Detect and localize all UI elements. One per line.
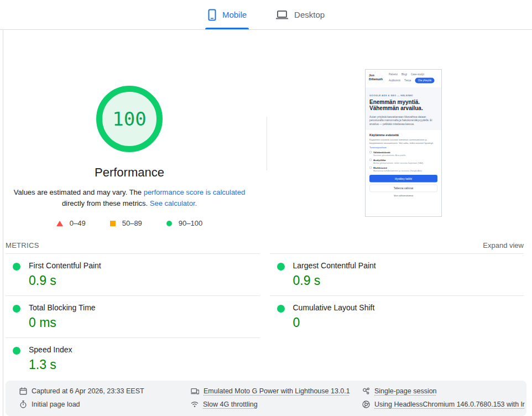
thumb-cookie-option: Välttämättömät Sivuston perustoiminta. A… xyxy=(369,151,437,157)
thumb-privacy-link: Tietosuojaseloste xyxy=(369,146,437,149)
network-signal-icon xyxy=(191,401,199,408)
performance-category-title: Performance xyxy=(19,165,240,180)
tab-mobile-label: Mobile xyxy=(222,10,247,19)
device-tabbar: Mobile Desktop xyxy=(0,0,532,30)
metric-largest-contentful-paint[interactable]: Largest Contentful Paint 0.9 s xyxy=(270,253,524,295)
emulation-text[interactable]: Emulated Moto G Power with Lighthouse 13… xyxy=(204,387,350,395)
thumb-nav-link: Case-studyt xyxy=(411,73,424,76)
score-disclaimer: Values are estimated and may vary. The p… xyxy=(13,187,246,209)
disclaimer-text-1: Values are estimated and may vary. The xyxy=(14,188,144,196)
fail-triangle-icon xyxy=(56,221,63,226)
pass-dot-icon xyxy=(277,305,285,313)
thumb-cookie-option: Markkinointi Mainonnan kohdentaminen ja … xyxy=(369,167,437,173)
thumb-checkbox-icon xyxy=(369,167,372,169)
thumbnail-page-content: Jon Dillemuth Palvelut Blogi Case-studyt… xyxy=(366,70,441,216)
thumb-cookie-option: Analytiikka Auttaa ymmärtämään, miten si… xyxy=(369,159,437,165)
score-calc-link[interactable]: performance score is calculated xyxy=(144,188,246,196)
legend-pass-range: 90–100 xyxy=(179,219,202,227)
capture-time-text: Captured at 6 Apr 2026, 23:33 EEST xyxy=(32,387,144,395)
load-type-item: Initial page load xyxy=(19,399,191,409)
legend-pass: 90–100 xyxy=(166,219,202,227)
desktop-laptop-icon xyxy=(275,10,289,20)
chromium-icon xyxy=(362,401,370,408)
metric-speed-index[interactable]: Speed Index 1.3 s xyxy=(6,337,260,379)
tab-desktop-label: Desktop xyxy=(294,10,325,19)
thumb-accept-all-button: Hyväksy kaikki xyxy=(369,175,437,183)
expand-view-button[interactable]: Expand view xyxy=(483,241,524,249)
thumb-nav-link: Palvelut xyxy=(389,73,398,76)
performance-score-gauge[interactable]: 100 xyxy=(96,86,163,152)
metrics-right-column: Largest Contentful Paint 0.9 s Cumulativ… xyxy=(270,253,524,379)
thumb-nav-link: Blogi xyxy=(401,73,407,76)
run-environment-footer: Captured at 6 Apr 2026, 23:33 EEST Initi… xyxy=(6,381,526,416)
performance-summary: 100 Performance Values are estimated and… xyxy=(0,30,532,239)
thumb-hero-heading: Enemmän myyntiä. Vähemmän arvailua. xyxy=(369,99,437,112)
pass-circle-icon xyxy=(166,221,172,226)
thumb-cta-button: Ota yhteyttä xyxy=(415,78,434,84)
pass-dot-icon xyxy=(13,263,20,271)
throttling-text[interactable]: Slow 4G throttling xyxy=(203,401,258,408)
tab-desktop[interactable]: Desktop xyxy=(273,0,327,29)
thumb-checkbox-icon xyxy=(369,159,372,161)
session-text[interactable]: Single-page session xyxy=(374,387,437,395)
metrics-left-column: First Contentful Paint 0.9 s Total Block… xyxy=(6,253,260,379)
thumb-hero-body: Autan yrityksiä kasvattamaan liikevaihto… xyxy=(369,115,437,126)
capture-time-item: Captured at 6 Apr 2026, 23:33 EEST xyxy=(19,386,191,396)
pass-dot-icon xyxy=(277,263,285,271)
thumb-nav-link: Tietoa xyxy=(404,79,411,82)
thumb-brand-line1: Jon xyxy=(369,73,386,77)
calendar-icon xyxy=(19,387,27,395)
emulation-item: Emulated Moto G Power with Lighthouse 13… xyxy=(191,386,362,396)
average-square-icon xyxy=(110,221,116,226)
disclaimer-text-2: directly from these metrics. xyxy=(62,199,150,207)
thumb-hero-section: GOOGLE ADS & SEO — HELSINKI Enemmän myyn… xyxy=(366,87,441,130)
stopwatch-icon xyxy=(19,401,27,408)
thumb-cookie-banner: Käytämme evästeitä Käytämme evästeitä si… xyxy=(366,130,441,197)
browser-item: Using HeadlessChromium 146.0.7680.153 wi… xyxy=(362,399,526,409)
devices-icon xyxy=(191,387,199,395)
metric-first-contentful-paint[interactable]: First Contentful Paint 0.9 s xyxy=(6,253,260,295)
session-nodes-icon xyxy=(362,387,370,395)
thumb-save-choices-button: Tallenna valinnat xyxy=(369,185,437,193)
metrics-section: METRICS Expand view First Contentful Pai… xyxy=(6,239,524,379)
score-legend: 0–49 50–89 90–100 xyxy=(19,219,240,227)
thumb-nav-link: Auditoinnit xyxy=(389,79,400,82)
metric-cumulative-layout-shift[interactable]: Cumulative Layout Shift 0 xyxy=(270,295,524,337)
thumb-site-nav: Palvelut Blogi Case-studyt Auditoinnit T… xyxy=(389,73,438,85)
throttling-item: Slow 4G throttling xyxy=(191,399,362,409)
legend-average: 50–89 xyxy=(110,219,142,227)
thumb-brand-line2: Dillemuth xyxy=(369,77,386,81)
section-divider xyxy=(267,117,267,170)
metric-total-blocking-time[interactable]: Total Blocking Time 0 ms xyxy=(6,295,260,337)
load-type-text: Initial page load xyxy=(32,401,80,408)
performance-score-value: 100 xyxy=(112,108,146,130)
browser-text[interactable]: Using HeadlessChromium 146.0.7680.153 wi… xyxy=(374,401,525,408)
mobile-phone-icon xyxy=(207,9,217,21)
thumb-cookie-body: Käytämme evästeitä sivuston toiminnan va… xyxy=(369,138,437,144)
see-calculator-link[interactable]: See calculator. xyxy=(150,199,197,207)
thumb-hero-eyebrow: GOOGLE ADS & SEO — HELSINKI xyxy=(369,94,437,97)
thumb-site-header: Jon Dillemuth Palvelut Blogi Case-studyt… xyxy=(366,70,441,87)
legend-average-range: 50–89 xyxy=(122,219,142,227)
thumb-cookie-title: Käytämme evästeitä xyxy=(369,133,437,137)
session-item: Single-page session xyxy=(362,386,526,396)
thumb-essential-only-link: Vain välttämättömät xyxy=(369,195,437,197)
metrics-section-title: METRICS xyxy=(6,241,39,249)
thumb-site-logo: Jon Dillemuth xyxy=(369,73,386,85)
pass-dot-icon xyxy=(13,347,20,355)
pass-dot-icon xyxy=(13,305,20,313)
final-screenshot-thumbnail[interactable]: Jon Dillemuth Palvelut Blogi Case-studyt… xyxy=(365,69,442,217)
legend-fail-range: 0–49 xyxy=(70,219,86,227)
legend-fail: 0–49 xyxy=(56,219,86,227)
tab-mobile[interactable]: Mobile xyxy=(205,0,249,29)
thumb-checkbox-icon xyxy=(369,151,372,153)
